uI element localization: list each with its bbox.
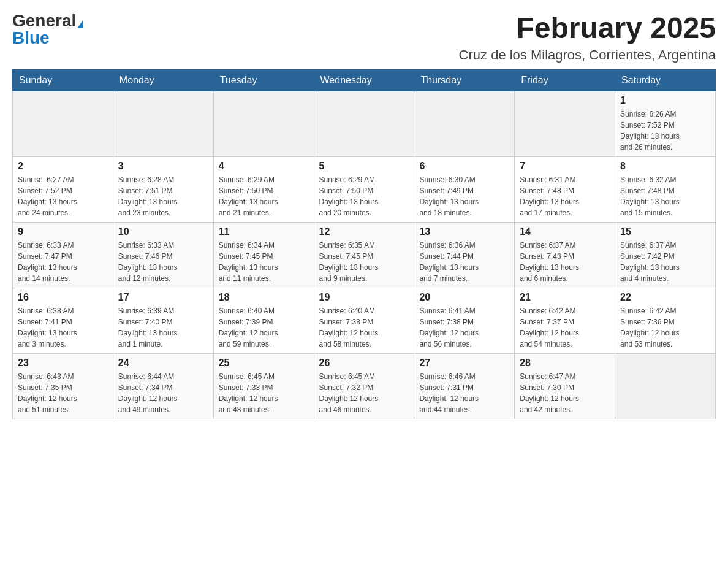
day-number: 15 bbox=[620, 226, 710, 237]
calendar-table: Sunday Monday Tuesday Wednesday Thursday… bbox=[12, 69, 716, 419]
day-number: 19 bbox=[319, 292, 409, 303]
table-cell: 17Sunrise: 6:39 AM Sunset: 7:40 PM Dayli… bbox=[113, 288, 213, 353]
table-cell: 3Sunrise: 6:28 AM Sunset: 7:51 PM Daylig… bbox=[113, 156, 213, 222]
table-cell: 28Sunrise: 6:47 AM Sunset: 7:30 PM Dayli… bbox=[515, 353, 615, 419]
day-info: Sunrise: 6:37 AM Sunset: 7:43 PM Dayligh… bbox=[520, 240, 610, 284]
calendar-week-2: 2Sunrise: 6:27 AM Sunset: 7:52 PM Daylig… bbox=[13, 156, 716, 222]
table-cell: 25Sunrise: 6:45 AM Sunset: 7:33 PM Dayli… bbox=[213, 353, 314, 419]
table-cell: 8Sunrise: 6:32 AM Sunset: 7:48 PM Daylig… bbox=[615, 156, 716, 222]
title-block: February 2025 Cruz de los Milagros, Corr… bbox=[459, 12, 716, 63]
col-monday: Monday bbox=[113, 69, 213, 91]
table-cell: 23Sunrise: 6:43 AM Sunset: 7:35 PM Dayli… bbox=[13, 353, 113, 419]
day-info: Sunrise: 6:40 AM Sunset: 7:38 PM Dayligh… bbox=[319, 305, 409, 350]
col-friday: Friday bbox=[515, 69, 615, 91]
day-number: 20 bbox=[419, 292, 509, 303]
table-cell bbox=[314, 91, 414, 156]
day-info: Sunrise: 6:30 AM Sunset: 7:49 PM Dayligh… bbox=[419, 174, 509, 218]
table-cell bbox=[515, 91, 615, 156]
table-cell bbox=[414, 91, 515, 156]
day-info: Sunrise: 6:46 AM Sunset: 7:31 PM Dayligh… bbox=[419, 371, 509, 415]
month-year-title: February 2025 bbox=[459, 12, 716, 45]
col-saturday: Saturday bbox=[615, 69, 716, 91]
day-info: Sunrise: 6:29 AM Sunset: 7:50 PM Dayligh… bbox=[319, 174, 409, 218]
table-cell: 27Sunrise: 6:46 AM Sunset: 7:31 PM Dayli… bbox=[414, 353, 515, 419]
day-info: Sunrise: 6:27 AM Sunset: 7:52 PM Dayligh… bbox=[18, 174, 108, 218]
day-info: Sunrise: 6:41 AM Sunset: 7:38 PM Dayligh… bbox=[419, 305, 509, 350]
location-subtitle: Cruz de los Milagros, Corrientes, Argent… bbox=[459, 47, 716, 63]
day-number: 22 bbox=[620, 292, 710, 303]
day-info: Sunrise: 6:42 AM Sunset: 7:36 PM Dayligh… bbox=[620, 305, 710, 350]
day-info: Sunrise: 6:37 AM Sunset: 7:42 PM Dayligh… bbox=[620, 240, 710, 284]
col-tuesday: Tuesday bbox=[213, 69, 314, 91]
table-cell: 4Sunrise: 6:29 AM Sunset: 7:50 PM Daylig… bbox=[213, 156, 314, 222]
table-cell bbox=[113, 91, 213, 156]
logo: General Blue bbox=[12, 12, 83, 47]
day-number: 28 bbox=[520, 358, 610, 369]
table-cell bbox=[13, 91, 113, 156]
calendar-week-1: 1Sunrise: 6:26 AM Sunset: 7:52 PM Daylig… bbox=[13, 91, 716, 156]
calendar-week-5: 23Sunrise: 6:43 AM Sunset: 7:35 PM Dayli… bbox=[13, 353, 716, 419]
day-number: 16 bbox=[18, 292, 108, 303]
day-info: Sunrise: 6:45 AM Sunset: 7:33 PM Dayligh… bbox=[219, 371, 309, 415]
day-info: Sunrise: 6:39 AM Sunset: 7:40 PM Dayligh… bbox=[118, 305, 208, 350]
day-number: 25 bbox=[219, 358, 309, 369]
table-cell: 13Sunrise: 6:36 AM Sunset: 7:44 PM Dayli… bbox=[414, 222, 515, 288]
day-number: 24 bbox=[118, 358, 208, 369]
day-number: 7 bbox=[520, 161, 610, 172]
table-cell: 2Sunrise: 6:27 AM Sunset: 7:52 PM Daylig… bbox=[13, 156, 113, 222]
day-number: 18 bbox=[219, 292, 309, 303]
day-info: Sunrise: 6:33 AM Sunset: 7:46 PM Dayligh… bbox=[118, 240, 208, 284]
day-info: Sunrise: 6:33 AM Sunset: 7:47 PM Dayligh… bbox=[18, 240, 108, 284]
col-thursday: Thursday bbox=[414, 69, 515, 91]
table-cell: 15Sunrise: 6:37 AM Sunset: 7:42 PM Dayli… bbox=[615, 222, 716, 288]
day-number: 26 bbox=[319, 358, 409, 369]
table-cell: 1Sunrise: 6:26 AM Sunset: 7:52 PM Daylig… bbox=[615, 91, 716, 156]
logo-general: General bbox=[12, 11, 76, 30]
page-header: General Blue February 2025 Cruz de los M… bbox=[12, 12, 716, 63]
table-cell: 6Sunrise: 6:30 AM Sunset: 7:49 PM Daylig… bbox=[414, 156, 515, 222]
table-cell: 22Sunrise: 6:42 AM Sunset: 7:36 PM Dayli… bbox=[615, 288, 716, 353]
day-info: Sunrise: 6:42 AM Sunset: 7:37 PM Dayligh… bbox=[520, 305, 610, 350]
day-info: Sunrise: 6:47 AM Sunset: 7:30 PM Dayligh… bbox=[520, 371, 610, 415]
table-cell: 20Sunrise: 6:41 AM Sunset: 7:38 PM Dayli… bbox=[414, 288, 515, 353]
day-number: 5 bbox=[319, 161, 409, 172]
calendar-week-3: 9Sunrise: 6:33 AM Sunset: 7:47 PM Daylig… bbox=[13, 222, 716, 288]
day-number: 23 bbox=[18, 358, 108, 369]
day-number: 12 bbox=[319, 226, 409, 237]
table-cell: 11Sunrise: 6:34 AM Sunset: 7:45 PM Dayli… bbox=[213, 222, 314, 288]
day-number: 8 bbox=[620, 161, 710, 172]
day-number: 11 bbox=[219, 226, 309, 237]
table-cell: 18Sunrise: 6:40 AM Sunset: 7:39 PM Dayli… bbox=[213, 288, 314, 353]
table-cell: 12Sunrise: 6:35 AM Sunset: 7:45 PM Dayli… bbox=[314, 222, 414, 288]
day-number: 14 bbox=[520, 226, 610, 237]
day-number: 17 bbox=[118, 292, 208, 303]
day-info: Sunrise: 6:43 AM Sunset: 7:35 PM Dayligh… bbox=[18, 371, 108, 415]
table-cell: 21Sunrise: 6:42 AM Sunset: 7:37 PM Dayli… bbox=[515, 288, 615, 353]
day-number: 21 bbox=[520, 292, 610, 303]
day-info: Sunrise: 6:38 AM Sunset: 7:41 PM Dayligh… bbox=[18, 305, 108, 350]
calendar-header-row: Sunday Monday Tuesday Wednesday Thursday… bbox=[13, 69, 716, 91]
table-cell: 7Sunrise: 6:31 AM Sunset: 7:48 PM Daylig… bbox=[515, 156, 615, 222]
table-cell bbox=[213, 91, 314, 156]
table-cell: 5Sunrise: 6:29 AM Sunset: 7:50 PM Daylig… bbox=[314, 156, 414, 222]
logo-blue: Blue bbox=[12, 29, 50, 47]
day-number: 27 bbox=[419, 358, 509, 369]
col-sunday: Sunday bbox=[13, 69, 113, 91]
day-info: Sunrise: 6:28 AM Sunset: 7:51 PM Dayligh… bbox=[118, 174, 208, 218]
table-cell: 19Sunrise: 6:40 AM Sunset: 7:38 PM Dayli… bbox=[314, 288, 414, 353]
day-info: Sunrise: 6:26 AM Sunset: 7:52 PM Dayligh… bbox=[620, 109, 710, 153]
table-cell: 26Sunrise: 6:45 AM Sunset: 7:32 PM Dayli… bbox=[314, 353, 414, 419]
day-info: Sunrise: 6:31 AM Sunset: 7:48 PM Dayligh… bbox=[520, 174, 610, 218]
col-wednesday: Wednesday bbox=[314, 69, 414, 91]
day-number: 4 bbox=[219, 161, 309, 172]
day-number: 6 bbox=[419, 161, 509, 172]
day-info: Sunrise: 6:35 AM Sunset: 7:45 PM Dayligh… bbox=[319, 240, 409, 284]
day-number: 13 bbox=[419, 226, 509, 237]
table-cell: 14Sunrise: 6:37 AM Sunset: 7:43 PM Dayli… bbox=[515, 222, 615, 288]
table-cell: 16Sunrise: 6:38 AM Sunset: 7:41 PM Dayli… bbox=[13, 288, 113, 353]
day-number: 10 bbox=[118, 226, 208, 237]
day-info: Sunrise: 6:44 AM Sunset: 7:34 PM Dayligh… bbox=[118, 371, 208, 415]
day-info: Sunrise: 6:29 AM Sunset: 7:50 PM Dayligh… bbox=[219, 174, 309, 218]
day-number: 1 bbox=[620, 95, 710, 106]
logo-triangle-icon bbox=[77, 20, 83, 28]
